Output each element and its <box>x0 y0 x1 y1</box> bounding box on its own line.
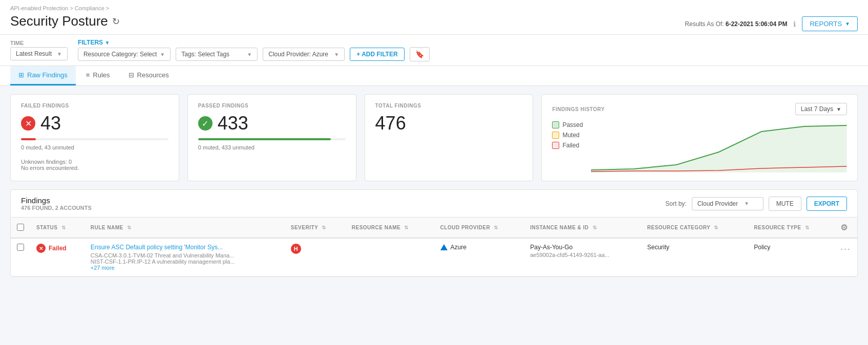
select-all-checkbox[interactable] <box>17 224 24 231</box>
table-row: ✕ Failed Ensure ASC Default policy setti… <box>11 238 857 276</box>
cloud-provider-cell: Azure <box>440 244 518 251</box>
rules-icon: ≡ <box>86 71 90 79</box>
resources-icon: ⊟ <box>129 71 134 79</box>
col-severity[interactable]: SEVERITY ⇅ <box>285 218 346 238</box>
page-title: Security Posture ↻ <box>10 13 120 34</box>
resource-name-cell <box>346 238 434 276</box>
history-period-select[interactable]: Last 7 Days ▼ <box>795 103 847 115</box>
tags-select[interactable]: Tags: Select Tags ▼ <box>176 48 258 61</box>
failed-findings-card: FAILED FINDINGS ✕ 43 0 muted, 43 unmuted… <box>10 94 179 181</box>
row-checkbox[interactable] <box>17 244 24 251</box>
status-sort-icon: ⇅ <box>61 225 66 230</box>
rule-sub-2: NIST-CSF-1.1-PR.IP-12 A vulnerability ma… <box>91 258 279 265</box>
instance-sort-icon: ⇅ <box>592 225 597 230</box>
resource-name-sort-icon: ⇅ <box>404 225 409 230</box>
rule-name-sort-icon: ⇅ <box>127 225 132 230</box>
passed-label: PASSED FINDINGS <box>198 103 346 109</box>
legend-passed: Passed <box>552 121 583 128</box>
no-errors: No errors encountered. <box>21 165 168 171</box>
fail-status-icon: ✕ <box>36 244 46 253</box>
azure-icon <box>440 244 448 250</box>
sort-arrow-icon: ▼ <box>744 201 749 206</box>
filters-arrow-icon: ▼ <box>104 40 110 46</box>
results-as-of: Results As Of: 6-22-2021 5:06:04 PM <box>685 20 787 28</box>
filters-label[interactable]: FILTERS ▼ <box>78 39 430 46</box>
passed-findings-card: PASSED FINDINGS ✓ 433 0 muted, 433 unmut… <box>187 94 356 181</box>
severity-badge: H <box>291 244 301 254</box>
failed-value: ✕ 43 <box>21 113 168 134</box>
cloud-provider-arrow-icon: ▼ <box>334 52 339 57</box>
legend-passed-box <box>552 121 559 128</box>
breadcrumb: API-enabled Protection > Compliance > <box>10 5 858 11</box>
findings-section: Findings 476 FOUND, 2 ACCOUNTS Sort by: … <box>10 189 858 277</box>
instance-id: ae59002a-cfd5-4149-9261-aa... <box>530 252 635 258</box>
export-button[interactable]: EXPORT <box>807 197 847 211</box>
add-filter-button[interactable]: + ADD FILTER <box>350 48 404 61</box>
total-findings-card: TOTAL FINDINGS 476 <box>365 94 534 181</box>
severity-sort-icon: ⇅ <box>322 225 326 230</box>
passed-value: ✓ 433 <box>198 113 346 134</box>
refresh-icon[interactable]: ↻ <box>112 16 120 27</box>
col-resource-name[interactable]: RESOURCE NAME ⇅ <box>346 218 434 238</box>
svg-marker-0 <box>591 125 847 172</box>
time-label: TIME <box>10 40 68 46</box>
total-label: TOTAL FINDINGS <box>375 103 523 109</box>
resource-category-select[interactable]: Resource Category: Select ▼ <box>78 48 171 61</box>
col-cloud-provider[interactable]: CLOUD PROVIDER ⇅ <box>434 218 524 238</box>
history-title: FINDINGS HISTORY <box>552 106 604 112</box>
passed-icon: ✓ <box>198 116 213 131</box>
tab-resources[interactable]: ⊟ Resources <box>120 66 177 85</box>
cloud-provider-sort-icon: ⇅ <box>494 225 498 230</box>
sort-by-label: Sort by: <box>665 200 686 207</box>
row-status: ✕ Failed <box>36 244 78 253</box>
col-status[interactable]: STATUS ⇅ <box>30 218 84 238</box>
tabs-bar: ⊞ Raw Findings ≡ Rules ⊟ Resources <box>0 66 868 86</box>
tab-raw-findings[interactable]: ⊞ Raw Findings <box>10 66 76 85</box>
legend-muted: Muted <box>552 132 583 139</box>
col-resource-category[interactable]: RESOURCE CATEGORY ⇅ <box>641 218 748 238</box>
reports-button[interactable]: REPORTS ▼ <box>802 16 858 31</box>
rule-more-link[interactable]: +27 more <box>91 265 279 271</box>
rule-sub-1: CSA-CCM-3.0.1-TVM-02 Threat and Vulnerab… <box>91 252 279 258</box>
resource-category-arrow-icon: ▼ <box>160 52 165 57</box>
table-settings-icon[interactable]: ⚙ <box>840 223 848 232</box>
results-info-icon: ℹ <box>793 20 796 28</box>
failed-sub: 0 muted, 43 unmuted <box>21 144 168 150</box>
unknown-findings: Unknown findings: 0 <box>21 159 168 165</box>
period-arrow-icon: ▼ <box>836 106 841 112</box>
cloud-provider-select[interactable]: Cloud Provider: Azure ▼ <box>263 48 345 61</box>
col-rule-name[interactable]: RULE NAME ⇅ <box>84 218 285 238</box>
instance-name: Pay-As-You-Go <box>530 244 635 251</box>
findings-subtitle: 476 FOUND, 2 ACCOUNTS <box>21 205 92 211</box>
mute-button[interactable]: MUTE <box>769 197 801 211</box>
resource-type-sort-icon: ⇅ <box>805 225 810 230</box>
reports-dropdown-icon: ▼ <box>845 21 850 27</box>
latest-result-arrow-icon: ▼ <box>57 51 62 57</box>
save-icon: 🔖 <box>415 50 424 58</box>
resource-category-cell: Security <box>641 238 748 276</box>
sort-select[interactable]: Cloud Provider ▼ <box>692 197 764 210</box>
passed-sub: 0 muted, 433 unmuted <box>198 144 346 150</box>
findings-table-container: STATUS ⇅ RULE NAME ⇅ SEVERITY ⇅ RESOUR <box>11 218 857 276</box>
legend-failed: Failed <box>552 142 583 149</box>
history-chart <box>591 121 847 172</box>
resource-category-sort-icon: ⇅ <box>714 225 718 230</box>
row-more-options-icon[interactable]: ··· <box>840 244 851 254</box>
col-resource-type[interactable]: RESOURCE TYPE ⇅ <box>748 218 834 238</box>
legend-muted-box <box>552 132 559 139</box>
tab-rules[interactable]: ≡ Rules <box>78 66 118 85</box>
legend-failed-box <box>552 142 559 149</box>
failed-label: FAILED FINDINGS <box>21 103 168 109</box>
col-instance-name[interactable]: INSTANCE NAME & ID ⇅ <box>524 218 641 238</box>
findings-table: STATUS ⇅ RULE NAME ⇅ SEVERITY ⇅ RESOUR <box>11 218 857 276</box>
findings-history-card: FINDINGS HISTORY Last 7 Days ▼ Passed Mu… <box>541 94 858 181</box>
chart-legend: Passed Muted Failed <box>552 121 583 172</box>
resource-type-cell: Policy <box>748 238 834 276</box>
raw-findings-icon: ⊞ <box>18 71 24 79</box>
failed-icon: ✕ <box>21 116 35 131</box>
rule-name-link[interactable]: Ensure ASC Default policy setting 'Monit… <box>91 244 279 251</box>
save-filter-button[interactable]: 🔖 <box>410 47 430 61</box>
latest-result-select[interactable]: Latest Result ▼ <box>10 47 68 60</box>
total-value: 476 <box>375 113 523 134</box>
findings-title: Findings <box>21 196 92 205</box>
